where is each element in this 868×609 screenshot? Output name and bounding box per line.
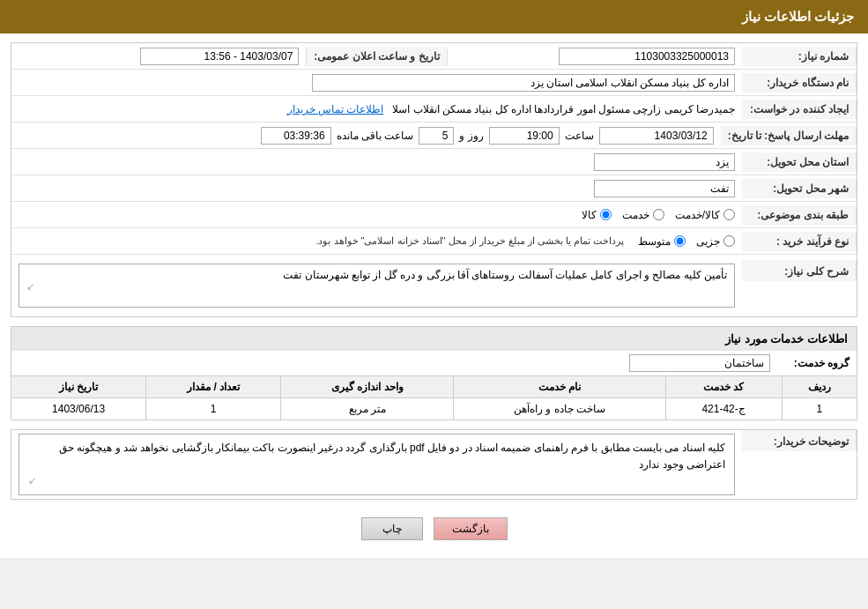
row-deadline: مهلت ارسال پاسخ: تا تاریخ: ساعت روز و سا… <box>11 123 857 149</box>
purchase-type-options: جزیی متوسط پرداخت تمام یا بخشی از مبلغ خ… <box>11 232 742 251</box>
row-buyer-org: نام دستگاه خریدار: <box>11 70 857 96</box>
buyer-notes-box: کلیه اسناد می بایست مطابق با فرم راهنمای… <box>19 434 735 495</box>
description-box: تأمین کلیه مصالح و اجرای کامل عملیات آسف… <box>19 264 735 308</box>
radio-jozii[interactable] <box>723 235 735 247</box>
main-form: شماره نیاز: تاریخ و ساعت اعلان عمومی: نا… <box>11 42 857 317</box>
services-tbody: 1ج-42-421ساخت جاده و راه‌آهنمتر مربع1140… <box>11 398 857 420</box>
category-label: طبقه بندی موضوعی: <box>742 205 857 225</box>
col-service-name: نام خدمت <box>454 376 665 398</box>
services-title: اطلاعات خدمات مورد نیاز <box>11 326 857 351</box>
jozii-label: جزیی <box>696 235 720 248</box>
table-row: 1ج-42-421ساخت جاده و راه‌آهنمتر مربع1140… <box>11 398 857 420</box>
remaining-input[interactable] <box>261 127 331 145</box>
row-need-number-date: شماره نیاز: تاریخ و ساعت اعلان عمومی: <box>11 43 857 70</box>
table-header-row: ردیف کد خدمت نام خدمت واحد اندازه گیری ت… <box>11 376 857 398</box>
city-label: شهر محل تحویل: <box>742 179 857 198</box>
content-area: شماره نیاز: تاریخ و ساعت اعلان عمومی: نا… <box>0 33 868 558</box>
deadline-label: مهلت ارسال پاسخ: تا تاریخ: <box>721 126 857 145</box>
time-label: ساعت <box>565 130 594 142</box>
days-input[interactable] <box>419 127 454 145</box>
col-rownum: ردیف <box>782 376 857 398</box>
purchase-type-label: نوع فرآیند خرید : <box>742 232 857 251</box>
group-service-row: گروه خدمت: <box>11 351 857 375</box>
category-kala[interactable]: کالا <box>582 209 612 221</box>
services-section: اطلاعات خدمات مورد نیاز گروه خدمت: ردیف … <box>11 326 857 420</box>
need-number-value <box>448 44 742 69</box>
col-unit: واحد اندازه گیری <box>281 376 454 398</box>
province-input[interactable] <box>594 153 735 171</box>
description-label: شرح کلی نیاز: <box>742 260 857 281</box>
col-date: تاریخ نیاز <box>11 376 146 398</box>
page-wrapper: جزئیات اطلاعات نیاز شماره نیاز: تاریخ و … <box>0 0 868 558</box>
back-button[interactable]: بازگشت <box>434 517 508 540</box>
table-cell: متر مربع <box>281 398 454 420</box>
category-kala-khedmat[interactable]: کالا/خدمت <box>675 209 735 221</box>
deadline-value: ساعت روز و ساعت باقی مانده <box>11 123 721 148</box>
group-service-input[interactable] <box>629 354 770 372</box>
deadline-date-input[interactable] <box>599 127 714 145</box>
table-cell: ساخت جاده و راه‌آهن <box>454 398 665 420</box>
purchase-motavasset[interactable]: متوسط <box>638 235 686 248</box>
table-cell: 1 <box>146 398 281 420</box>
creator-contact-link[interactable]: اطلاعات تماس خریدار <box>287 103 384 115</box>
remaining-label: ساعت باقی مانده <box>337 130 414 142</box>
date-input[interactable] <box>140 48 299 65</box>
category-options: کالا/خدمت خدمت کالا <box>11 205 742 225</box>
description-value: تأمین کلیه مصالح و اجرای کامل عملیات آسف… <box>11 260 742 311</box>
buyer-notes-label: توضیحات خریدار: <box>742 430 857 451</box>
description-text: تأمین کلیه مصالح و اجرای کامل عملیات آسف… <box>283 269 727 281</box>
creator-label: ایجاد کننده در خواست: <box>742 100 857 119</box>
category-khedmat[interactable]: خدمت <box>622 209 664 221</box>
table-cell: ج-42-421 <box>665 398 782 420</box>
row-description: شرح کلی نیاز: تأمین کلیه مصالح و اجرای ک… <box>11 255 857 316</box>
row-category: طبقه بندی موضوعی: کالا/خدمت خدمت <box>11 202 857 228</box>
services-table: ردیف کد خدمت نام خدمت واحد اندازه گیری ت… <box>11 375 857 420</box>
kala-label: کالا <box>582 209 597 221</box>
purchase-jozii[interactable]: جزیی <box>696 235 735 248</box>
buyer-org-label: نام دستگاه خریدار: <box>742 73 857 93</box>
table-cell: 1 <box>782 398 857 420</box>
row-province: استان محل تحویل: <box>11 149 857 175</box>
need-number-input[interactable] <box>559 48 735 65</box>
kala-khedmat-label: کالا/خدمت <box>675 209 720 221</box>
row-purchase-type: نوع فرآیند خرید : جزیی متوسط <box>11 228 857 255</box>
creator-text: جمیدرضا کریمی زارچی مسئول امور قراردادها… <box>392 103 735 115</box>
buyer-notes-section: توضیحات خریدار: کلیه اسناد می بایست مطاب… <box>11 429 857 500</box>
date-value <box>11 44 306 69</box>
page-title: جزئیات اطلاعات نیاز <box>742 9 854 24</box>
motavasset-label: متوسط <box>638 235 671 248</box>
page-header: جزئیات اطلاعات نیاز <box>0 0 868 33</box>
group-service-label: گروه خدمت: <box>770 357 849 369</box>
col-service-code: کد خدمت <box>665 376 782 398</box>
buyer-notes-text: کلیه اسناد می بایست مطابق با فرم راهنمای… <box>59 442 725 471</box>
province-label: استان محل تحویل: <box>742 152 857 172</box>
buyer-org-input[interactable] <box>312 74 735 92</box>
province-value <box>11 150 742 175</box>
city-value <box>11 176 742 201</box>
days-label: روز و <box>459 130 483 142</box>
radio-kala[interactable] <box>600 209 612 220</box>
radio-motavasset[interactable] <box>674 235 686 247</box>
buyer-org-value <box>11 71 742 95</box>
purchase-note: پرداخت تمام یا بخشی از مبلغ خریدار از مح… <box>315 235 624 247</box>
print-button[interactable]: چاپ <box>361 517 423 540</box>
city-input[interactable] <box>594 180 735 197</box>
radio-kala-khedmat[interactable] <box>723 209 735 220</box>
need-number-label: شماره نیاز: <box>742 47 857 66</box>
table-cell: 1403/06/13 <box>11 398 146 420</box>
creator-value: جمیدرضا کریمی زارچی مسئول امور قراردادها… <box>11 100 742 119</box>
khedmat-label: خدمت <box>622 209 649 221</box>
date-label: تاریخ و ساعت اعلان عمومی: <box>306 47 447 66</box>
deadline-time-input[interactable] <box>489 127 560 145</box>
row-creator: ایجاد کننده در خواست: جمیدرضا کریمی زارچ… <box>11 96 857 123</box>
buttons-row: بازگشت چاپ <box>11 509 857 549</box>
col-quantity: تعداد / مقدار <box>146 376 281 398</box>
buyer-notes-value: کلیه اسناد می بایست مطابق با فرم راهنمای… <box>11 430 742 499</box>
radio-khedmat[interactable] <box>653 209 664 220</box>
row-city: شهر محل تحویل: <box>11 175 857 202</box>
